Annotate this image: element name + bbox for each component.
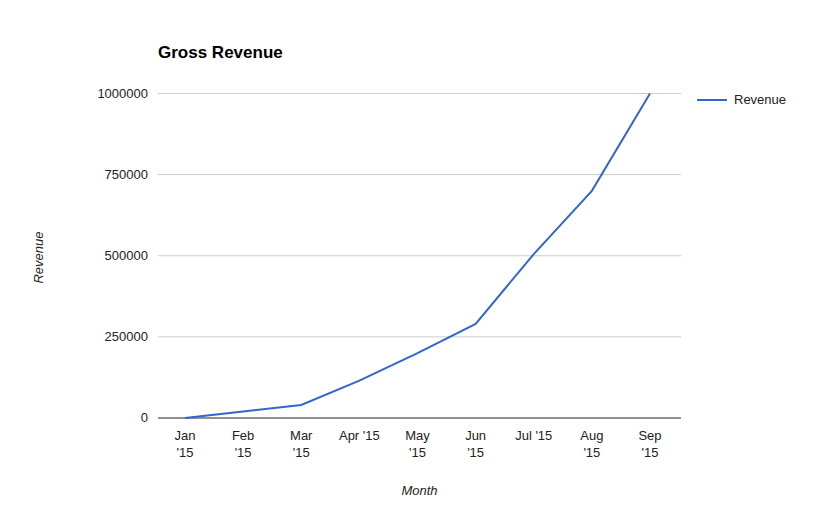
x-axis-title: Month — [158, 483, 681, 498]
chart-canvas: Gross Revenue Revenue 025000050000075000… — [0, 0, 839, 513]
y-tick-label: 0 — [0, 410, 148, 426]
legend-series-label: Revenue — [734, 92, 786, 108]
y-tick-label: 250000 — [0, 329, 148, 345]
y-tick-label: 1000000 — [0, 86, 148, 102]
legend: Revenue — [697, 92, 786, 108]
y-tick-label: 750000 — [0, 167, 148, 183]
legend-line-swatch — [697, 99, 727, 101]
y-tick-label: 500000 — [0, 248, 148, 264]
x-tick-label: Sep '15 — [615, 427, 685, 461]
